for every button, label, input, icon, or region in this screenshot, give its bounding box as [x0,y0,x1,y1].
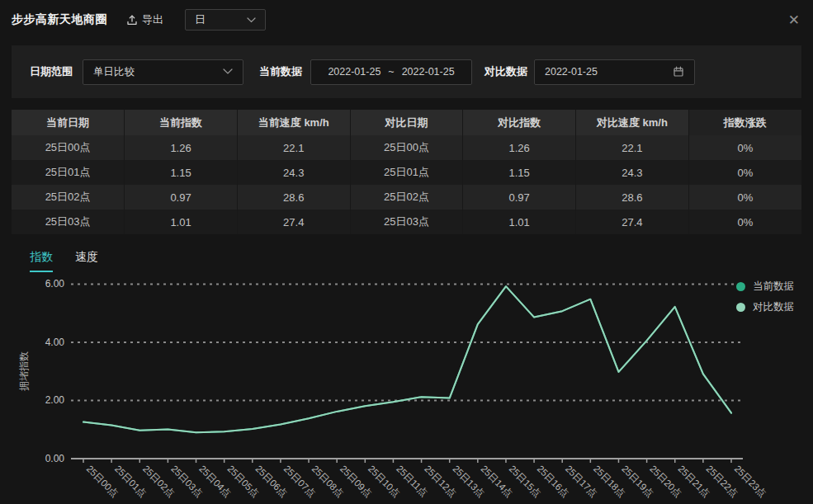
table-row: 25日03点1.0127.425日03点1.0127.40% [12,210,801,234]
chevron-down-icon [223,68,233,75]
series-line [83,286,731,432]
legend-dot-icon [736,303,745,312]
table-header-cell: 当前速度 km/h [237,110,350,135]
traffic-analysis-panel: { "header": { "title": "步步高新天地商圈", "expo… [0,0,813,504]
table-cell: 25日01点 [12,160,125,185]
table-header-cell: 指数涨跌 [688,110,801,135]
table-cell: 0% [688,160,801,185]
table-cell: 1.01 [125,210,238,234]
page-title: 步步高新天地商圈 [12,12,107,27]
table-cell: 25日01点 [350,160,463,185]
table-cell: 0% [688,210,801,234]
table-cell: 25日00点 [350,135,463,160]
tab-speed[interactable]: 速度 [75,250,98,272]
current-data-label: 当前数据 [259,64,302,79]
table-cell: 0.97 [125,185,238,210]
upload-icon [126,14,138,26]
y-tick-label: 0.00 [45,453,65,464]
chart-legend: 当前数据对比数据 [736,280,794,314]
legend-dot-icon [736,282,745,291]
chart-tabs: 指数 速度 [30,250,98,272]
legend-item[interactable]: 对比数据 [736,300,794,314]
table-row: 25日01点1.1524.325日01点1.1524.30% [12,160,801,185]
y-tick-label: 2.00 [45,394,65,406]
table-cell: 1.15 [125,160,238,185]
table-cell: 0.97 [463,185,576,210]
close-icon[interactable]: ✕ [788,13,800,27]
table-row: 25日00点1.2622.125日00点1.2622.10% [12,135,801,160]
range-separator: ~ [388,66,394,78]
series-line [83,286,731,432]
compare-date-value: 2022-01-25 [545,66,598,78]
table-row: 25日02点0.9728.625日02点0.9728.60% [12,185,801,210]
header-bar: 步步高新天地商圈 导出 日 ✕ [0,0,813,38]
table-header-cell: 对比速度 km/h [576,110,689,135]
table-cell: 28.6 [576,185,689,210]
calendar-icon [673,66,684,78]
period-select-value: 日 [195,12,206,27]
chevron-down-icon [247,17,256,23]
legend-item[interactable]: 当前数据 [736,280,794,294]
table-header-cell: 当前日期 [12,110,125,135]
compare-date-picker[interactable]: 2022-01-25 [534,59,695,85]
table-header-cell: 对比指数 [463,110,576,135]
table-cell: 25日00点 [12,135,125,160]
table-cell: 27.4 [576,210,689,234]
table-cell: 1.15 [463,160,576,185]
table-cell: 0% [688,135,801,160]
date-range-select[interactable]: 单日比较 [83,59,243,85]
date-range-label: 日期范围 [30,64,73,79]
table-cell: 22.1 [237,135,350,160]
table-header-cell: 对比日期 [350,110,463,135]
table-cell: 25日03点 [12,210,125,234]
table-cell: 27.4 [237,210,350,234]
legend-label: 对比数据 [753,300,794,314]
date-range-select-value: 单日比较 [93,65,135,79]
export-button[interactable]: 导出 [126,12,163,27]
comparison-table: 当前日期当前指数当前速度 km/h对比日期对比指数对比速度 km/h指数涨跌 2… [12,110,801,234]
export-label: 导出 [142,12,163,27]
table-cell: 24.3 [237,160,350,185]
filter-bar: 日期范围 单日比较 当前数据 2022-01-25 ~ 2022-01-25 对… [12,45,801,98]
current-start-date: 2022-01-25 [328,66,381,78]
table-cell: 25日03点 [350,210,463,234]
y-tick-label: 4.00 [45,337,65,348]
table-cell: 28.6 [237,185,350,210]
table-cell: 22.1 [576,135,689,160]
table-cell: 1.26 [463,135,576,160]
table-cell: 25日02点 [350,185,463,210]
y-tick-label: 6.00 [45,278,65,290]
table-header-cell: 当前指数 [125,110,238,135]
index-line-chart: 0.002.004.006.0025日00点25日01点25日02点25日03点… [0,275,813,504]
current-date-range-picker[interactable]: 2022-01-25 ~ 2022-01-25 [310,59,472,85]
legend-label: 当前数据 [753,280,794,294]
compare-data-label: 对比数据 [484,64,527,79]
period-select[interactable]: 日 [185,9,266,31]
tab-index[interactable]: 指数 [30,250,53,272]
table-cell: 1.26 [125,135,238,160]
table-cell: 0% [688,185,801,210]
y-axis-title: 拥堵指数 [18,351,30,391]
table-cell: 1.01 [463,210,576,234]
table-header-row: 当前日期当前指数当前速度 km/h对比日期对比指数对比速度 km/h指数涨跌 [12,110,801,135]
table-cell: 24.3 [576,160,689,185]
current-end-date: 2022-01-25 [402,66,455,78]
table-cell: 25日02点 [12,185,125,210]
